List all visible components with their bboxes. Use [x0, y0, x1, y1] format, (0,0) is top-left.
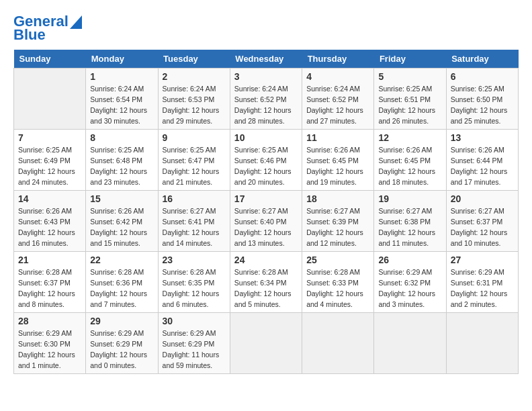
calendar-week-row: 21 Sunrise: 6:28 AM Sunset: 6:37 PM Dayl…	[14, 252, 519, 313]
cell-info: Sunrise: 6:29 AM Sunset: 6:32 PM Dayligh…	[378, 267, 441, 310]
calendar-cell: 7 Sunrise: 6:25 AM Sunset: 6:49 PM Dayli…	[14, 130, 86, 191]
day-number: 6	[451, 71, 514, 82]
calendar-cell: 25 Sunrise: 6:28 AM Sunset: 6:33 PM Dayl…	[302, 252, 374, 313]
cell-info: Sunrise: 6:27 AM Sunset: 6:37 PM Dayligh…	[451, 206, 514, 248]
calendar-week-row: 1 Sunrise: 6:24 AM Sunset: 6:54 PM Dayli…	[14, 68, 519, 130]
day-number: 8	[90, 132, 153, 143]
calendar-cell: 6 Sunrise: 6:25 AM Sunset: 6:50 PM Dayli…	[446, 68, 518, 130]
day-header-sunday: Sunday	[14, 50, 86, 68]
cell-info: Sunrise: 6:25 AM Sunset: 6:48 PM Dayligh…	[90, 145, 153, 187]
calendar-cell: 19 Sunrise: 6:27 AM Sunset: 6:38 PM Dayl…	[374, 191, 446, 252]
cell-info: Sunrise: 6:26 AM Sunset: 6:45 PM Dayligh…	[378, 145, 441, 187]
cell-info: Sunrise: 6:26 AM Sunset: 6:44 PM Dayligh…	[451, 145, 514, 187]
day-number: 13	[451, 132, 514, 143]
calendar-cell: 15 Sunrise: 6:26 AM Sunset: 6:42 PM Dayl…	[86, 191, 158, 252]
calendar-cell: 21 Sunrise: 6:28 AM Sunset: 6:37 PM Dayl…	[14, 252, 86, 313]
calendar-cell	[374, 313, 446, 374]
day-number: 24	[234, 255, 298, 265]
logo-arrow-icon	[70, 15, 82, 29]
calendar-cell: 23 Sunrise: 6:28 AM Sunset: 6:35 PM Dayl…	[158, 252, 230, 313]
calendar-cell: 2 Sunrise: 6:24 AM Sunset: 6:53 PM Dayli…	[158, 68, 230, 130]
calendar-cell: 27 Sunrise: 6:29 AM Sunset: 6:31 PM Dayl…	[446, 252, 518, 313]
cell-info: Sunrise: 6:28 AM Sunset: 6:35 PM Dayligh…	[163, 267, 226, 310]
cell-info: Sunrise: 6:25 AM Sunset: 6:46 PM Dayligh…	[234, 145, 298, 187]
day-number: 23	[163, 255, 226, 265]
cell-info: Sunrise: 6:27 AM Sunset: 6:40 PM Dayligh…	[234, 206, 298, 248]
calendar-cell: 4 Sunrise: 6:24 AM Sunset: 6:52 PM Dayli…	[302, 68, 374, 130]
logo-text-blue: Blue	[13, 27, 46, 43]
calendar-cell: 9 Sunrise: 6:25 AM Sunset: 6:47 PM Dayli…	[158, 130, 230, 191]
calendar-cell: 12 Sunrise: 6:26 AM Sunset: 6:45 PM Dayl…	[374, 130, 446, 191]
cell-info: Sunrise: 6:28 AM Sunset: 6:36 PM Dayligh…	[90, 267, 153, 310]
calendar-cell: 17 Sunrise: 6:27 AM Sunset: 6:40 PM Dayl…	[230, 191, 302, 252]
calendar-cell	[14, 68, 86, 130]
calendar-cell: 10 Sunrise: 6:25 AM Sunset: 6:46 PM Dayl…	[230, 130, 302, 191]
day-header-monday: Monday	[86, 50, 158, 68]
calendar-cell: 22 Sunrise: 6:28 AM Sunset: 6:36 PM Dayl…	[86, 252, 158, 313]
calendar-cell: 28 Sunrise: 6:29 AM Sunset: 6:30 PM Dayl…	[14, 313, 86, 374]
cell-info: Sunrise: 6:24 AM Sunset: 6:52 PM Dayligh…	[306, 84, 369, 126]
cell-info: Sunrise: 6:26 AM Sunset: 6:45 PM Dayligh…	[306, 145, 369, 187]
cell-info: Sunrise: 6:29 AM Sunset: 6:30 PM Dayligh…	[18, 328, 81, 371]
cell-info: Sunrise: 6:26 AM Sunset: 6:43 PM Dayligh…	[18, 206, 81, 248]
calendar-cell: 30 Sunrise: 6:29 AM Sunset: 6:29 PM Dayl…	[158, 313, 230, 374]
day-header-thursday: Thursday	[302, 50, 374, 68]
day-header-wednesday: Wednesday	[230, 50, 302, 68]
day-number: 17	[234, 193, 298, 204]
day-number: 2	[163, 71, 226, 82]
page-header: General Blue	[13, 13, 519, 43]
day-number: 4	[306, 71, 369, 82]
day-number: 22	[90, 255, 153, 265]
calendar-cell: 11 Sunrise: 6:26 AM Sunset: 6:45 PM Dayl…	[302, 130, 374, 191]
calendar-week-row: 7 Sunrise: 6:25 AM Sunset: 6:49 PM Dayli…	[14, 130, 519, 191]
day-number: 25	[306, 255, 369, 265]
logo: General Blue	[13, 13, 82, 43]
calendar-cell: 8 Sunrise: 6:25 AM Sunset: 6:48 PM Dayli…	[86, 130, 158, 191]
cell-info: Sunrise: 6:29 AM Sunset: 6:29 PM Dayligh…	[163, 328, 226, 371]
cell-info: Sunrise: 6:28 AM Sunset: 6:37 PM Dayligh…	[18, 267, 81, 310]
calendar-cell: 18 Sunrise: 6:27 AM Sunset: 6:39 PM Dayl…	[302, 191, 374, 252]
day-number: 10	[234, 132, 298, 143]
calendar-cell	[446, 313, 518, 374]
cell-info: Sunrise: 6:28 AM Sunset: 6:33 PM Dayligh…	[306, 267, 369, 310]
day-number: 18	[306, 193, 369, 204]
day-number: 1	[90, 71, 153, 82]
cell-info: Sunrise: 6:24 AM Sunset: 6:53 PM Dayligh…	[163, 84, 226, 126]
cell-info: Sunrise: 6:28 AM Sunset: 6:34 PM Dayligh…	[234, 267, 298, 310]
day-header-friday: Friday	[374, 50, 446, 68]
day-number: 11	[306, 132, 369, 143]
calendar-week-row: 28 Sunrise: 6:29 AM Sunset: 6:30 PM Dayl…	[14, 313, 519, 374]
cell-info: Sunrise: 6:27 AM Sunset: 6:39 PM Dayligh…	[306, 206, 369, 248]
day-number: 12	[378, 132, 441, 143]
day-number: 19	[378, 193, 441, 204]
calendar-body: 1 Sunrise: 6:24 AM Sunset: 6:54 PM Dayli…	[14, 68, 519, 374]
day-number: 16	[163, 193, 226, 204]
calendar-cell: 5 Sunrise: 6:25 AM Sunset: 6:51 PM Dayli…	[374, 68, 446, 130]
day-number: 26	[378, 255, 441, 265]
day-number: 21	[18, 255, 81, 265]
day-number: 27	[451, 255, 514, 265]
svg-marker-0	[70, 15, 82, 29]
calendar-header-row: SundayMondayTuesdayWednesdayThursdayFrid…	[14, 50, 519, 68]
cell-info: Sunrise: 6:25 AM Sunset: 6:51 PM Dayligh…	[378, 84, 441, 126]
calendar-cell: 13 Sunrise: 6:26 AM Sunset: 6:44 PM Dayl…	[446, 130, 518, 191]
day-number: 5	[378, 71, 441, 82]
calendar-cell	[302, 313, 374, 374]
cell-info: Sunrise: 6:24 AM Sunset: 6:54 PM Dayligh…	[90, 84, 153, 126]
calendar-table: SundayMondayTuesdayWednesdayThursdayFrid…	[13, 50, 519, 374]
day-number: 28	[18, 316, 81, 326]
calendar-cell: 26 Sunrise: 6:29 AM Sunset: 6:32 PM Dayl…	[374, 252, 446, 313]
calendar-cell: 1 Sunrise: 6:24 AM Sunset: 6:54 PM Dayli…	[86, 68, 158, 130]
calendar-cell: 3 Sunrise: 6:24 AM Sunset: 6:52 PM Dayli…	[230, 68, 302, 130]
cell-info: Sunrise: 6:25 AM Sunset: 6:50 PM Dayligh…	[451, 84, 514, 126]
calendar-cell: 20 Sunrise: 6:27 AM Sunset: 6:37 PM Dayl…	[446, 191, 518, 252]
cell-info: Sunrise: 6:29 AM Sunset: 6:29 PM Dayligh…	[90, 328, 153, 371]
calendar-cell: 24 Sunrise: 6:28 AM Sunset: 6:34 PM Dayl…	[230, 252, 302, 313]
day-number: 15	[90, 193, 153, 204]
day-number: 30	[163, 316, 226, 326]
calendar-cell: 16 Sunrise: 6:27 AM Sunset: 6:41 PM Dayl…	[158, 191, 230, 252]
day-number: 14	[18, 193, 81, 204]
calendar-cell: 14 Sunrise: 6:26 AM Sunset: 6:43 PM Dayl…	[14, 191, 86, 252]
cell-info: Sunrise: 6:24 AM Sunset: 6:52 PM Dayligh…	[234, 84, 298, 126]
day-number: 20	[451, 193, 514, 204]
